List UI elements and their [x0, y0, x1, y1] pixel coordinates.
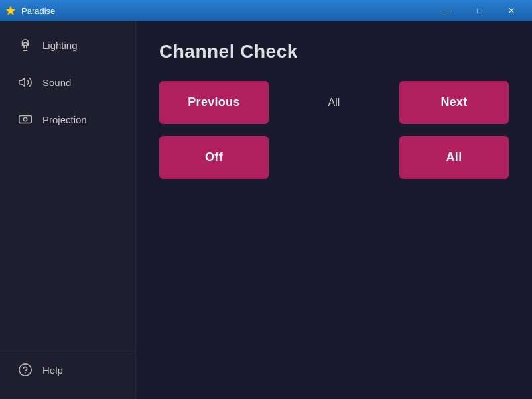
previous-button[interactable]: Previous	[159, 81, 269, 124]
window-controls: — □ ✕	[432, 0, 527, 21]
page-title: Channel Check	[159, 41, 509, 62]
svg-point-4	[23, 117, 27, 121]
svg-rect-3	[19, 116, 31, 123]
all-button[interactable]: All	[399, 136, 509, 179]
button-grid: Previous All Next Off All	[159, 81, 509, 179]
sidebar-item-lighting[interactable]: Lighting	[4, 28, 131, 62]
minimize-button[interactable]: —	[432, 0, 463, 21]
projection-icon	[17, 111, 33, 127]
sidebar-bottom: Help	[0, 351, 135, 399]
sidebar-item-projection[interactable]: Projection	[4, 102, 131, 137]
sound-icon	[17, 74, 33, 90]
all-status-label: All	[328, 97, 340, 109]
app-icon	[5, 5, 16, 16]
sidebar-label-lighting: Lighting	[42, 40, 78, 51]
maximize-button[interactable]: □	[464, 0, 495, 21]
lightbulb-icon	[17, 37, 33, 53]
close-button[interactable]: ✕	[496, 0, 527, 21]
svg-point-5	[19, 364, 31, 376]
svg-marker-2	[19, 78, 25, 87]
next-button[interactable]: Next	[399, 81, 509, 124]
title-bar-left: Paradise	[5, 5, 55, 16]
sidebar-spacer	[0, 138, 135, 351]
svg-marker-0	[6, 6, 15, 15]
title-bar: Paradise — □ ✕	[0, 0, 532, 21]
sidebar: Lighting Sound Projection	[0, 21, 136, 399]
sidebar-item-sound[interactable]: Sound	[4, 65, 131, 99]
sidebar-label-sound: Sound	[42, 77, 71, 88]
main-panel: Channel Check Previous All Next Off All	[136, 21, 532, 399]
sidebar-label-help: Help	[42, 365, 63, 376]
sidebar-item-help[interactable]: Help	[4, 353, 131, 387]
sidebar-label-projection: Projection	[42, 114, 87, 125]
help-icon	[17, 362, 33, 378]
off-button[interactable]: Off	[159, 136, 269, 179]
app-title: Paradise	[21, 6, 55, 16]
app-body: Lighting Sound Projection	[0, 21, 532, 399]
